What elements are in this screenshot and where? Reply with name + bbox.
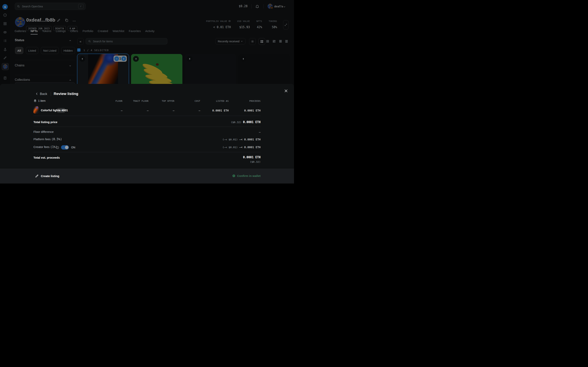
total-proceeds-label: Total est. proceeds	[34, 156, 60, 159]
item-cost-value: –	[199, 109, 200, 112]
platform-fees-value: (–< $0.01)–< 0.0001 ETH	[223, 138, 260, 141]
close-icon[interactable]	[284, 89, 288, 93]
item-proceeds-value: 0.0001 ETH	[244, 109, 260, 112]
confirm-in-wallet-button[interactable]: Confirm in wallet	[232, 174, 260, 177]
creator-fees-label: Creator fees (1%)	[34, 145, 57, 149]
column-cost: COST	[195, 100, 200, 102]
column-trait-floor: TRAIT FLOOR	[133, 100, 148, 102]
info-icon[interactable]	[56, 146, 59, 149]
column-floor: FLOOR	[115, 100, 122, 102]
item-listed-as-value: 0.0001 ETH	[212, 109, 229, 112]
creator-fees-toggle[interactable]	[61, 145, 69, 150]
item-count: 1 item	[38, 99, 45, 102]
creator-fees-value: (–< $0.01)–< 0.0001 ETH	[223, 145, 260, 149]
back-chevron-icon[interactable]	[35, 92, 39, 96]
column-proceeds: PROCEEDS	[249, 100, 260, 102]
create-listing-pen-icon	[35, 174, 39, 178]
review-listing-modal: Back Review listing 1 item FLOOR TRAIT F…	[0, 84, 294, 184]
item-quantity-badge: 1	[57, 108, 65, 113]
divider	[34, 116, 260, 116]
item-floor-value: –	[121, 109, 122, 112]
opensea-app: / $9.28 deaf7a 0xdeaf...fb8b	[0, 0, 294, 184]
total-proceeds-eth: 0.0001 ETH	[243, 156, 260, 159]
total-listing-price-label: Total listing price	[34, 120, 57, 124]
platform-fees-label: Platform fees (0.5%)	[34, 137, 62, 141]
floor-difference-value: –	[259, 130, 260, 134]
divider	[34, 152, 260, 152]
create-listing-button[interactable]: Create listing	[41, 174, 59, 178]
back-button[interactable]: Back	[40, 92, 47, 96]
total-proceeds-usd: ($0.32)	[250, 160, 260, 164]
toggle-state-label: ON	[71, 146, 75, 149]
floor-difference-label: Floor difference	[34, 130, 54, 133]
alert-circle-icon	[232, 174, 235, 177]
modal-title: Review listing	[54, 92, 78, 96]
column-top-offer: TOP OFFER	[162, 100, 174, 102]
item-trait-floor-value: –	[147, 109, 148, 112]
column-listed-as: LISTED AS	[216, 100, 229, 102]
layers-icon	[34, 99, 37, 102]
item-thumbnail	[34, 106, 38, 114]
total-listing-price-value: ($0.32)0.0001 ETH	[231, 120, 260, 124]
divider	[51, 92, 51, 96]
modal-footer: Create listing Confirm in wallet	[0, 169, 294, 184]
layers-icon	[59, 109, 61, 112]
item-top-offer-value: –	[173, 109, 174, 112]
